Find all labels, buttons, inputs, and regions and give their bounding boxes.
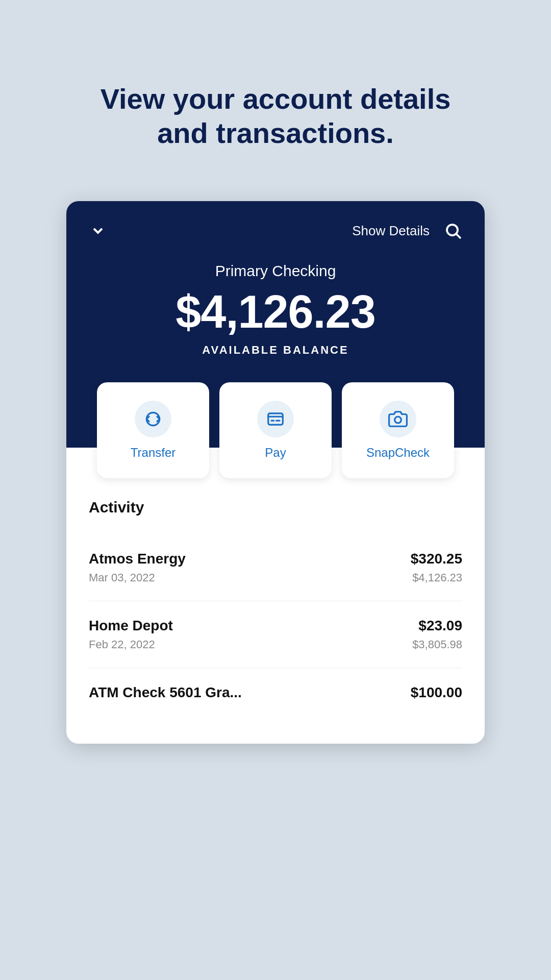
snapcheck-icon — [380, 401, 416, 437]
transaction-name: Atmos Energy — [89, 551, 186, 567]
pay-action[interactable]: Pay — [219, 382, 332, 478]
account-balance: $4,126.23 — [66, 286, 485, 338]
svg-rect-2 — [268, 413, 283, 425]
transfer-label: Transfer — [131, 446, 176, 460]
toolbar-right: Show Details — [352, 219, 464, 242]
card-body: Activity Atmos Energy Mar 03, 2022 $320.… — [66, 448, 485, 744]
svg-point-0 — [447, 225, 458, 235]
account-name: Primary Checking — [66, 262, 485, 280]
pay-label: Pay — [265, 446, 286, 460]
account-card: Show Details Primary Checking $4,126.23 … — [66, 201, 485, 744]
table-row[interactable]: ATM Check 5601 Gra... $100.00 — [89, 668, 462, 721]
card-header: Show Details Primary Checking $4,126.23 … — [66, 201, 485, 478]
svg-point-5 — [395, 417, 402, 424]
chevron-down-icon[interactable] — [87, 219, 109, 242]
balance-label: AVAILABLE BALANCE — [66, 344, 485, 357]
transaction-amount: $320.25 — [411, 551, 462, 567]
show-details-button[interactable]: Show Details — [352, 223, 430, 239]
transaction-amount: $100.00 — [411, 684, 462, 701]
page-title: View your account details and transactio… — [60, 0, 492, 201]
transaction-amount: $23.09 — [418, 618, 462, 634]
activity-title: Activity — [89, 499, 462, 516]
transaction-date: Mar 03, 2022 — [89, 571, 186, 584]
search-icon[interactable] — [442, 219, 464, 242]
transfer-action[interactable]: Transfer — [97, 382, 209, 478]
card-toolbar: Show Details — [66, 201, 485, 252]
table-row[interactable]: Home Depot Feb 22, 2022 $23.09 $3,805.98 — [89, 601, 462, 668]
pay-icon — [257, 401, 294, 437]
svg-line-1 — [457, 234, 461, 238]
transfer-icon — [135, 401, 171, 437]
transaction-name: Home Depot — [89, 618, 173, 634]
transaction-running-balance: $3,805.98 — [412, 638, 462, 651]
transaction-date: Feb 22, 2022 — [89, 638, 173, 651]
snapcheck-label: SnapCheck — [366, 446, 430, 460]
actions-row: Transfer Pay — [66, 382, 485, 478]
transaction-list: Atmos Energy Mar 03, 2022 $320.25 $4,126… — [89, 534, 462, 721]
transaction-running-balance: $4,126.23 — [412, 571, 462, 584]
table-row[interactable]: Atmos Energy Mar 03, 2022 $320.25 $4,126… — [89, 534, 462, 601]
snapcheck-action[interactable]: SnapCheck — [342, 382, 454, 478]
transaction-name: ATM Check 5601 Gra... — [89, 684, 242, 701]
